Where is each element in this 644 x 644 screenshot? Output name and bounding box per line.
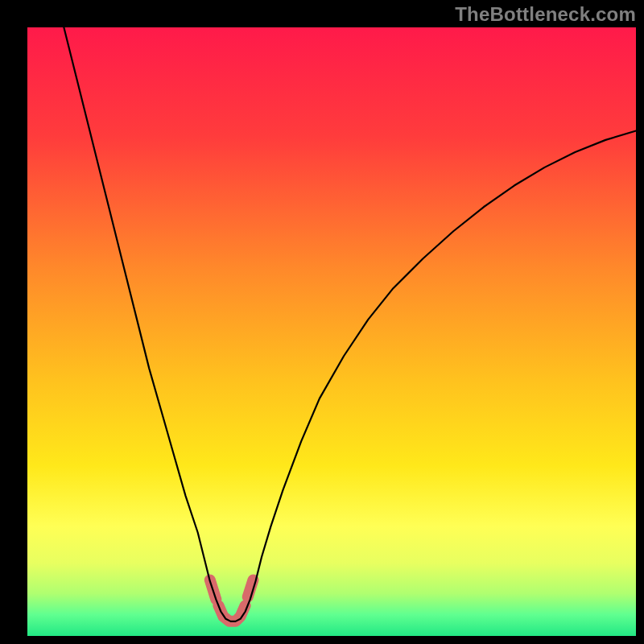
chart-canvas <box>0 0 644 644</box>
plot-background <box>27 27 636 636</box>
watermark-text: TheBottleneck.com <box>455 3 636 26</box>
bottleneck-chart: TheBottleneck.com <box>0 0 644 644</box>
